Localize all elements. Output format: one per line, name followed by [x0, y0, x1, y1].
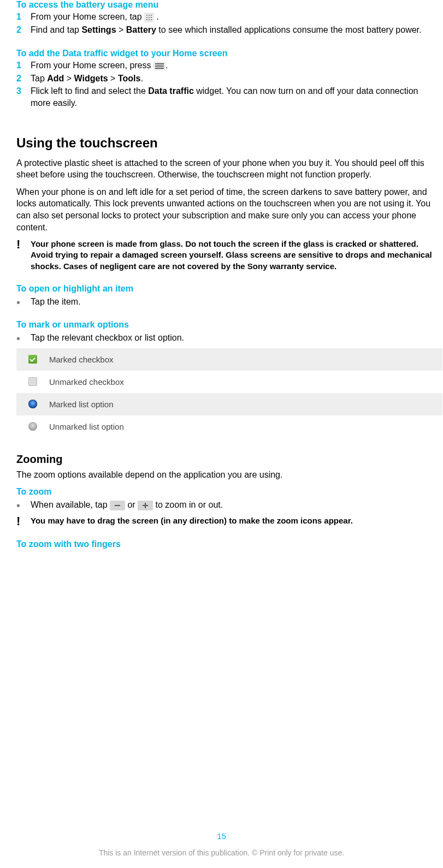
text: Tap — [31, 74, 47, 83]
text: to see which installed applications cons… — [156, 25, 422, 34]
step-text: Tap Add > Widgets > Tools. — [31, 73, 442, 85]
heading-using-touchscreen: Using the touchscreen — [16, 135, 442, 151]
option-label: Unmarked checkbox — [49, 377, 124, 387]
bullet-row: • When available, tap or to zoom in or o… — [16, 499, 442, 511]
paragraph: A protective plastic sheet is attached t… — [16, 157, 442, 181]
step-number: 3 — [16, 85, 31, 97]
step-number: 1 — [16, 60, 31, 72]
bold-text: Add — [47, 74, 64, 83]
option-label: Marked checkbox — [49, 355, 114, 364]
step-text: Flick left to find and select the Data t… — [31, 85, 442, 109]
bullet-icon: • — [16, 296, 31, 308]
text: . — [154, 12, 159, 21]
text: > — [116, 25, 126, 34]
option-row: Unmarked list option — [16, 415, 442, 438]
bullet-row: • Tap the item. — [16, 296, 442, 308]
text: From your Home screen, press — [31, 61, 153, 70]
bold-text: Tools — [118, 74, 140, 83]
heading-battery-usage: To access the battery usage menu — [16, 0, 442, 10]
option-row: Unmarked checkbox — [16, 371, 442, 393]
step-row: 1 From your Home screen, tap . — [16, 11, 442, 23]
bullet-text: When available, tap or to zoom in or out… — [31, 499, 442, 511]
radio-marked-icon — [28, 400, 37, 408]
bold-text: Battery — [126, 25, 156, 34]
note-block: ! You may have to drag the screen (in an… — [16, 515, 442, 527]
heading-open-item: To open or highlight an item — [16, 284, 442, 294]
zoom-out-icon — [110, 501, 125, 510]
bullet-icon: • — [16, 499, 31, 511]
step-text: From your Home screen, press . — [31, 60, 442, 72]
step-number: 2 — [16, 24, 31, 36]
paragraph: When your phone is on and left idle for … — [16, 186, 442, 233]
bullet-icon: • — [16, 332, 31, 344]
option-row: Marked checkbox — [16, 348, 442, 371]
apps-grid-icon — [144, 13, 154, 22]
text: or — [125, 500, 138, 509]
bullet-text: Tap the relevant checkbox or list option… — [31, 332, 442, 344]
option-row: Marked list option — [16, 393, 442, 415]
footer-disclaimer: This is an Internet version of this publ… — [0, 848, 443, 857]
radio-unmarked-icon — [28, 422, 37, 431]
heading-data-traffic: To add the Data traffic widget to your H… — [16, 49, 442, 58]
step-text: Find and tap Settings > Battery to see w… — [31, 24, 442, 36]
options-table: Marked checkbox Unmarked checkbox Marked… — [16, 348, 442, 438]
zoom-in-icon — [138, 501, 153, 510]
text: > — [64, 74, 74, 83]
text: When available, tap — [31, 500, 110, 509]
step-row: 2 Find and tap Settings > Battery to see… — [16, 24, 442, 36]
bullet-row: • Tap the relevant checkbox or list opti… — [16, 332, 442, 344]
step-row: 1 From your Home screen, press . — [16, 60, 442, 72]
checkbox-marked-icon — [28, 355, 37, 364]
exclamation-icon: ! — [16, 515, 31, 527]
step-row: 2 Tap Add > Widgets > Tools. — [16, 73, 442, 85]
warning-block: ! Your phone screen is made from glass. … — [16, 239, 442, 272]
text: > — [108, 74, 118, 83]
text: Flick left to find and select the — [31, 86, 148, 96]
text: From your Home screen, tap — [31, 12, 144, 21]
page-number: 15 — [0, 831, 443, 841]
text: . — [166, 61, 168, 70]
heading-zoom-two-fingers: To zoom with two fingers — [16, 539, 442, 549]
heading-zooming: Zooming — [16, 453, 442, 466]
option-label: Marked list option — [49, 400, 114, 409]
heading-mark-options: To mark or unmark options — [16, 320, 442, 330]
exclamation-icon: ! — [16, 239, 31, 251]
warning-text: Your phone screen is made from glass. Do… — [31, 239, 442, 272]
text: . — [140, 74, 143, 83]
bold-text: Data traffic — [148, 86, 194, 96]
step-text: From your Home screen, tap . — [31, 11, 442, 23]
heading-to-zoom: To zoom — [16, 487, 442, 497]
paragraph: The zoom options available depend on the… — [16, 469, 442, 481]
text: Find and tap — [31, 25, 81, 34]
step-number: 1 — [16, 11, 31, 23]
note-text: You may have to drag the screen (in any … — [31, 515, 442, 526]
checkbox-unmarked-icon — [28, 377, 37, 386]
menu-icon — [153, 62, 166, 70]
option-label: Unmarked list option — [49, 422, 124, 431]
bold-text: Settings — [81, 25, 116, 34]
text: to zoom in or out. — [153, 500, 223, 509]
bold-text: Widgets — [74, 74, 108, 83]
step-row: 3 Flick left to find and select the Data… — [16, 85, 442, 109]
bullet-text: Tap the item. — [31, 296, 442, 308]
step-number: 2 — [16, 73, 31, 85]
